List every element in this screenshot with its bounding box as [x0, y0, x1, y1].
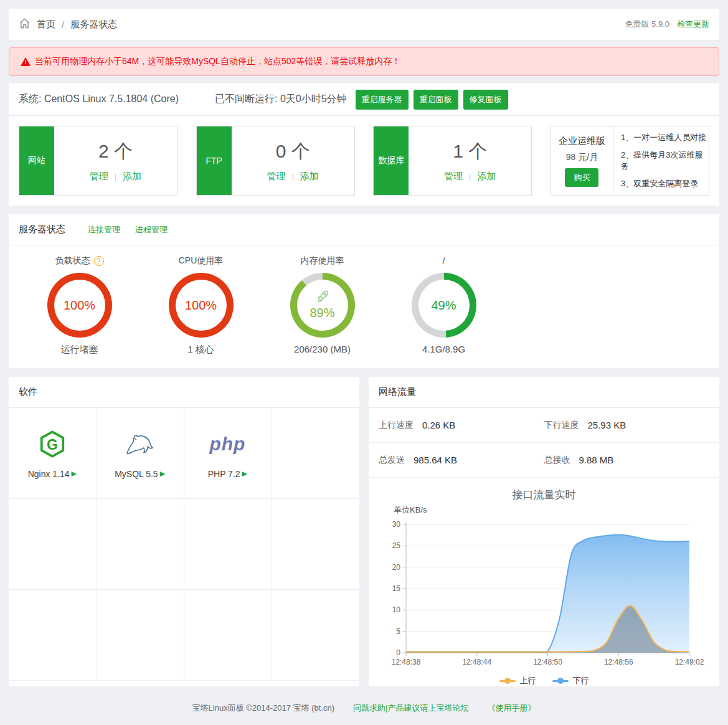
- svg-text:12:48:56: 12:48:56: [604, 658, 633, 666]
- links-separator: |: [469, 172, 471, 181]
- breadcrumb-current: 服务器状态: [70, 19, 117, 31]
- promo-feature: 2、提供每月3次运维服务: [621, 149, 709, 172]
- warning-icon: !: [21, 57, 31, 66]
- card-ftp-tag: FTP: [197, 126, 232, 195]
- software-item-nginx[interactable]: G Nginx 1.14▶: [9, 408, 97, 499]
- gauge-disk-title: /: [443, 256, 445, 266]
- promo-title: 企业运维版: [559, 135, 605, 147]
- total-sent-value: 985.64 KB: [414, 455, 457, 465]
- websites-add-link[interactable]: 添加: [123, 171, 141, 182]
- ftp-add-link[interactable]: 添加: [300, 171, 319, 182]
- system-uptime: 已不间断运行: 0天0小时5分钟: [215, 93, 347, 106]
- breadcrumb-home[interactable]: 首页: [37, 19, 55, 31]
- databases-add-link[interactable]: 添加: [478, 171, 496, 182]
- svg-text:G: G: [47, 436, 58, 452]
- ftp-manage-link[interactable]: 管理: [267, 171, 285, 182]
- software-cell-empty: [184, 499, 272, 590]
- gauge-ring-disk: 49%: [412, 273, 476, 338]
- gauge-ring-load: 100%: [47, 273, 112, 338]
- software-item-label: MySQL 5.5: [115, 469, 158, 479]
- footer-copyright: 宝塔Linux面板 ©2014-2017 宝塔 (bt.cn): [192, 703, 335, 714]
- promo-feature: 3、双重安全隔离登录: [621, 178, 709, 189]
- rocket-icon[interactable]: [316, 290, 329, 305]
- software-cell-empty: [97, 590, 184, 681]
- software-cell-empty: [272, 408, 359, 499]
- traffic-chart-area: 接口流量实时 单位KB/s 05101520253012:48:3812:48:…: [369, 478, 719, 686]
- check-update-link[interactable]: 检查更新: [677, 19, 709, 30]
- mysql-icon: [123, 428, 157, 460]
- svg-text:25: 25: [392, 541, 401, 550]
- system-row: 系统: CentOS Linux 7.5.1804 (Core) 已不间断运行:…: [9, 83, 719, 116]
- card-ftp: FTP 0 个 管理 | 添加: [196, 126, 355, 196]
- total-recv-value: 9.88 MB: [579, 455, 614, 465]
- databases-count: 1 个: [453, 139, 487, 164]
- play-icon: ▶: [72, 470, 77, 478]
- gauge-memory-value: 89%: [310, 306, 334, 320]
- processes-link[interactable]: 进程管理: [135, 224, 168, 235]
- traffic-chart: 05101520253012:48:3812:48:4412:48:5012:4…: [377, 517, 708, 673]
- svg-text:15: 15: [392, 584, 401, 593]
- breadcrumb-separator: /: [62, 19, 64, 30]
- legend-marker-up: [499, 680, 516, 682]
- gauge-load-value: 100%: [64, 298, 95, 313]
- gauge-cpu-value: 100%: [185, 298, 217, 313]
- gauge-disk-value: 49%: [431, 298, 456, 313]
- page: 首页 / 服务器状态 免费版 5.9.0 检查更新 ! 当前可用物理内存小于64…: [0, 0, 728, 725]
- gauge-cpu-title: CPU使用率: [179, 255, 224, 267]
- card-databases-tag: 数据库: [374, 126, 409, 195]
- gauge-load-sub: 运行堵塞: [19, 344, 140, 356]
- software-cell-empty: [9, 590, 97, 681]
- restart-server-button[interactable]: 重启服务器: [356, 90, 409, 110]
- websites-manage-link[interactable]: 管理: [90, 171, 108, 182]
- promo-feature: 1、一对一运维人员对接: [621, 132, 709, 143]
- nginx-icon: G: [38, 428, 67, 460]
- gauge-load-title: 负载状态: [55, 255, 90, 267]
- software-item-label: PHP 7.2: [208, 469, 240, 479]
- home-icon[interactable]: [19, 17, 31, 31]
- software-item-label: Nginx 1.14: [28, 469, 70, 479]
- legend-item-up[interactable]: 上行: [499, 675, 536, 686]
- up-speed-label: 上行速度: [379, 420, 414, 431]
- svg-text:30: 30: [392, 520, 401, 529]
- promo-card: 企业运维版 98 元/月 购买 1、一对一运维人员对接 2、提供每月3次运维服务…: [551, 126, 709, 196]
- svg-text:5: 5: [396, 627, 400, 636]
- software-item-php[interactable]: php PHP 7.2▶: [184, 408, 272, 499]
- total-recv-label: 总接收: [544, 455, 570, 466]
- card-websites: 网站 2 个 管理 | 添加: [19, 126, 177, 196]
- php-icon: php: [209, 428, 245, 460]
- server-status-panel: 服务器状态 连接管理 进程管理 负载状态 ? 100% 运行堵塞 CPU使用率: [9, 214, 719, 368]
- software-grid: G Nginx 1.14▶ MySQL 5.5▶: [9, 408, 359, 681]
- system-os: 系统: CentOS Linux 7.5.1804 (Core): [19, 93, 215, 106]
- gauge-memory: 内存使用率 89%: [262, 254, 383, 356]
- svg-text:10: 10: [392, 605, 401, 614]
- gauge-ring-cpu: 100%: [169, 273, 234, 338]
- buy-button[interactable]: 购买: [565, 168, 598, 187]
- footer-manual-link[interactable]: 《使用手册》: [487, 703, 536, 714]
- version-label: 免费版 5.9.0: [625, 19, 669, 30]
- breadcrumb: 首页 / 服务器状态: [19, 17, 117, 31]
- gauge-disk: / 49% 4.1G/8.9G: [383, 254, 504, 356]
- software-cell-empty: [184, 590, 272, 681]
- software-cell-empty: [97, 499, 184, 590]
- footer: 宝塔Linux面板 ©2014-2017 宝塔 (bt.cn) 问题求助|产品建…: [9, 686, 719, 725]
- network-panel: 网络流量 上行速度 0.26 KB 下行速度 25.93 KB 总发送 985.…: [369, 377, 719, 686]
- restart-panel-button[interactable]: 重启面板: [414, 90, 458, 110]
- connections-link[interactable]: 连接管理: [88, 224, 120, 235]
- promo-price: 98 元/月: [566, 152, 598, 163]
- help-icon[interactable]: ?: [94, 256, 104, 266]
- svg-text:12:48:50: 12:48:50: [533, 658, 562, 666]
- footer-forum-link[interactable]: 问题求助|产品建议请上宝塔论坛: [353, 703, 468, 714]
- system-panel: 系统: CentOS Linux 7.5.1804 (Core) 已不间断运行:…: [9, 83, 719, 206]
- legend-item-down[interactable]: 下行: [552, 675, 589, 686]
- chart-legend: 上行 下行: [377, 675, 711, 686]
- websites-count: 2 个: [98, 139, 133, 164]
- software-cell-empty: [9, 499, 97, 590]
- repair-panel-button[interactable]: 修复面板: [463, 90, 508, 110]
- databases-manage-link[interactable]: 管理: [444, 171, 463, 182]
- gauge-disk-sub: 4.1G/8.9G: [383, 344, 504, 354]
- software-item-mysql[interactable]: MySQL 5.5▶: [97, 408, 184, 499]
- up-speed-value: 0.26 KB: [422, 420, 455, 430]
- card-databases: 数据库 1 个 管理 | 添加: [373, 126, 532, 196]
- alert-text: 当前可用物理内存小于64M，这可能导致MySQL自动停止，站点502等错误，请尝…: [35, 56, 400, 67]
- server-status-title: 服务器状态: [19, 224, 65, 235]
